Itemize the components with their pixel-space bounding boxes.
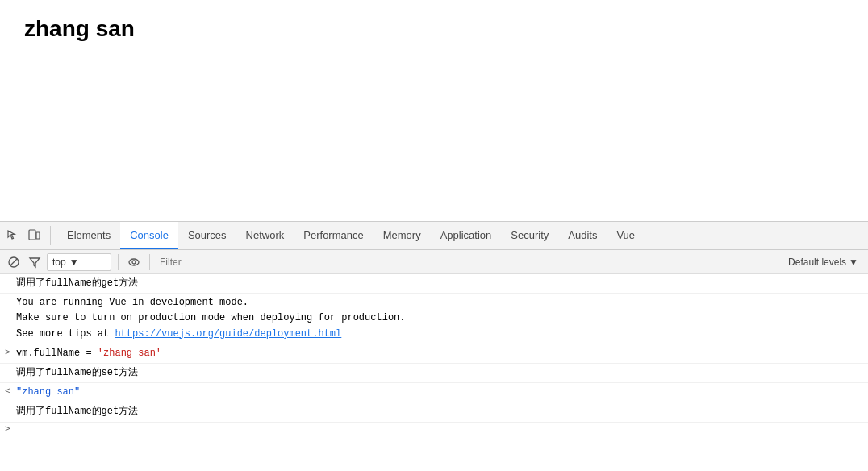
tab-elements[interactable]: Elements <box>57 222 120 249</box>
devtools-panel: Elements Console Sources Network Perform… <box>0 221 868 471</box>
tab-sources[interactable]: Sources <box>178 222 236 249</box>
svg-marker-4 <box>30 258 40 267</box>
separator-2 <box>149 254 150 270</box>
page-content: zhang san <box>0 0 868 471</box>
dropdown-arrow-icon-2: ▼ <box>849 256 858 268</box>
tab-security[interactable]: Security <box>501 222 558 249</box>
devtools-tabs: Elements Console Sources Network Perform… <box>57 222 645 249</box>
clear-console-icon[interactable] <box>5 253 23 271</box>
console-line-input-cmd: > vm.fullName = 'zhang san' <box>0 344 868 364</box>
inspect-element-icon[interactable] <box>3 226 23 245</box>
input-arrow: > <box>5 346 10 361</box>
tab-console[interactable]: Console <box>120 222 178 249</box>
svg-line-3 <box>10 258 18 265</box>
devtools-toolbar: Elements Console Sources Network Perform… <box>0 222 868 250</box>
svg-rect-1 <box>36 232 40 239</box>
devtools-secondary-toolbar: top ▼ Default levels ▼ <box>0 250 868 274</box>
tab-audits[interactable]: Audits <box>558 222 607 249</box>
toolbar-icon-group <box>3 226 51 245</box>
main-page: zhang san <box>0 0 868 221</box>
tab-vue[interactable]: Vue <box>607 222 645 249</box>
tab-network[interactable]: Network <box>236 222 294 249</box>
context-selector[interactable]: top ▼ <box>47 253 111 271</box>
tab-memory[interactable]: Memory <box>373 222 431 249</box>
console-line-set: 调用了fullName的set方法 <box>0 364 868 383</box>
svg-rect-0 <box>29 230 35 240</box>
tab-application[interactable]: Application <box>431 222 502 249</box>
page-title: zhang san <box>24 16 844 42</box>
svg-point-5 <box>129 259 139 265</box>
filter-input[interactable] <box>156 255 780 269</box>
default-levels-dropdown[interactable]: Default levels ▼ <box>783 255 863 269</box>
prompt-arrow: > <box>5 423 10 437</box>
console-prompt-line: > <box>0 423 868 437</box>
console-input[interactable] <box>16 424 862 436</box>
eye-icon[interactable] <box>125 253 143 271</box>
console-output[interactable]: 调用了fullName的get方法 You are running Vue in… <box>0 274 868 471</box>
filter-icon[interactable] <box>26 253 44 271</box>
vue-docs-link[interactable]: https://vuejs.org/guide/deployment.html <box>115 328 341 340</box>
device-toolbar-icon[interactable] <box>24 226 44 245</box>
svg-point-6 <box>132 261 136 264</box>
dropdown-arrow-icon: ▼ <box>69 256 79 268</box>
tab-performance[interactable]: Performance <box>294 222 373 249</box>
console-line-vue-warning: You are running Vue in development mode.… <box>0 294 868 344</box>
console-line-get2: 调用了fullName的get方法 <box>0 402 868 422</box>
separator <box>118 254 119 270</box>
console-line-return: < "zhang san" <box>0 383 868 402</box>
return-arrow: < <box>5 385 10 399</box>
console-line-1: 调用了fullName的get方法 <box>0 274 868 294</box>
